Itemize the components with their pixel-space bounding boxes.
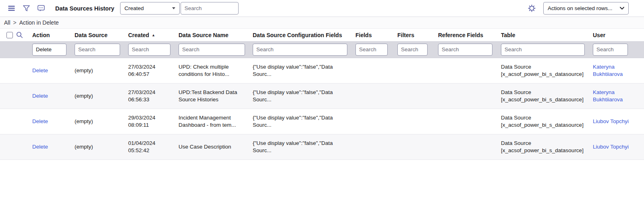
actions-select-value: Actions on selected rows... (548, 5, 613, 11)
search-field-select-value: Created (125, 5, 144, 11)
column-filter-input[interactable] (179, 44, 245, 56)
cell-user: Kateryna Bukhtiiarova (593, 60, 644, 81)
cell-reference-fields (438, 118, 501, 125)
table-row: Delete (empty) 01/04/2024 05:52:42 Use C… (0, 134, 644, 160)
gear-settings-icon[interactable] (527, 4, 536, 13)
column-filter-row (0, 41, 644, 58)
cell-data-source: (empty) (75, 140, 128, 154)
delete-action-link[interactable]: Delete (32, 118, 48, 124)
cell-action: Delete (32, 140, 75, 154)
cell-reference-fields (438, 93, 501, 99)
cell-fields (355, 93, 397, 99)
column-header-label: Data Source Configuration Fields (253, 32, 342, 38)
hamburger-menu-icon (8, 6, 15, 11)
dropdown-arrow-icon (172, 7, 175, 9)
column-header[interactable]: Data Source Name (179, 32, 253, 38)
cell-data-source: (empty) (75, 64, 128, 78)
cell-data-source-name: Incident Management Dashboard - from tem… (179, 111, 253, 132)
cell-created: 01/04/2024 05:52:42 (128, 136, 179, 157)
hamburger-menu-icon[interactable] (6, 4, 16, 13)
cell-config-fields: {"Use display value":"false","Data Sourc… (253, 136, 355, 157)
cell-action: Delete (32, 64, 75, 78)
column-filter-input[interactable] (438, 44, 492, 56)
list-search-toggle[interactable] (15, 31, 32, 38)
column-filter-cell (179, 44, 253, 56)
column-header-label: Created (128, 32, 149, 38)
delete-action-link[interactable]: Delete (32, 144, 48, 150)
column-header-label: User (593, 32, 605, 38)
cell-reference-fields (438, 67, 501, 74)
user-link[interactable]: Liubov Topchyi (593, 118, 629, 124)
column-filter-cell (128, 44, 179, 56)
column-header[interactable]: Table (501, 32, 593, 38)
list-search-input[interactable] (181, 2, 239, 15)
select-all-checkbox[interactable] (6, 32, 13, 38)
user-link[interactable]: Liubov Topchyi (593, 144, 629, 150)
cell-filters (397, 144, 438, 150)
column-header[interactable]: Created ▲ (128, 32, 179, 38)
column-filter-input[interactable] (128, 44, 170, 56)
cell-fields (355, 67, 397, 74)
column-header[interactable]: Fields (355, 32, 397, 38)
user-link[interactable]: Kateryna Bukhtiiarova (593, 64, 623, 77)
cell-user: Liubov Topchyi (593, 115, 644, 128)
cell-created: 29/03/2024 08:09:11 (128, 111, 179, 132)
sort-ascending-icon: ▲ (152, 33, 155, 37)
column-filter-cell (32, 44, 75, 56)
actions-on-selected-rows-select[interactable]: Actions on selected rows... (543, 2, 629, 15)
column-header[interactable]: Data Source Configuration Fields (253, 32, 355, 38)
column-filter-input[interactable] (501, 44, 585, 56)
column-filter-cell (253, 44, 355, 56)
comment-bubble-icon (37, 5, 45, 12)
column-filter-cell (397, 44, 438, 56)
column-header[interactable]: Reference Fields (438, 32, 501, 38)
cell-data-source: (empty) (75, 89, 128, 103)
cell-action: Delete (32, 89, 75, 103)
cell-fields (355, 118, 397, 125)
list-title-bar: Data Sources History Created Actions on … (0, 0, 644, 17)
column-filter-input[interactable] (75, 44, 120, 56)
list-rows: Delete (empty) 27/03/2024 06:40:57 UPD: … (0, 58, 644, 160)
column-filter-input[interactable] (355, 44, 388, 56)
user-link[interactable]: Kateryna Bukhtiiarova (593, 89, 623, 103)
column-header-label: Reference Fields (438, 32, 483, 38)
cell-table: Data Source [x_acsof_power_bi_s_datasour… (501, 86, 593, 107)
select-all-cell (0, 32, 15, 38)
cell-filters (397, 93, 438, 99)
chevron-down-icon (620, 7, 624, 10)
column-header[interactable]: Filters (397, 32, 438, 38)
column-header-label: Table (501, 32, 515, 38)
column-filter-input[interactable] (397, 44, 428, 56)
funnel-icon (23, 5, 30, 11)
delete-action-link[interactable]: Delete (32, 93, 48, 99)
cell-user: Liubov Topchyi (593, 140, 644, 154)
column-header[interactable]: Data Source (75, 32, 128, 38)
search-field-select[interactable]: Created (120, 2, 180, 15)
cell-filters (397, 67, 438, 74)
filter-funnel-icon[interactable] (21, 4, 31, 13)
breadcrumb-separator: > (13, 19, 17, 26)
cell-reference-fields (438, 144, 501, 150)
column-header[interactable]: Action (32, 32, 75, 38)
column-header-label: Data Source (75, 32, 108, 38)
breadcrumb: All > Action in Delete (0, 17, 644, 29)
column-filter-input[interactable] (32, 44, 66, 56)
cell-config-fields: {"Use display value":"false","Data Sourc… (253, 111, 355, 132)
cell-created: 27/03/2024 06:40:57 (128, 60, 179, 81)
breadcrumb-all-link[interactable]: All (4, 19, 10, 26)
column-header[interactable]: User (593, 32, 644, 38)
column-filter-cell (438, 44, 501, 56)
cell-data-source-name: Use Case Description (179, 140, 253, 154)
delete-action-link[interactable]: Delete (32, 67, 48, 73)
cell-config-fields: {"Use display value":"false","Data Sourc… (253, 86, 355, 107)
cell-data-source-name: UPD: Check multiple conditions for Histo… (179, 60, 253, 81)
column-filter-cell (501, 44, 593, 56)
chat-bubble-icon[interactable] (36, 4, 46, 13)
column-filter-cell (75, 44, 128, 56)
cell-fields (355, 144, 397, 150)
column-filter-input[interactable] (253, 44, 347, 56)
column-filter-input[interactable] (593, 44, 628, 56)
breadcrumb-current[interactable]: Action in Delete (19, 19, 59, 26)
column-filter-cell (593, 44, 644, 56)
gear-icon (528, 4, 536, 12)
